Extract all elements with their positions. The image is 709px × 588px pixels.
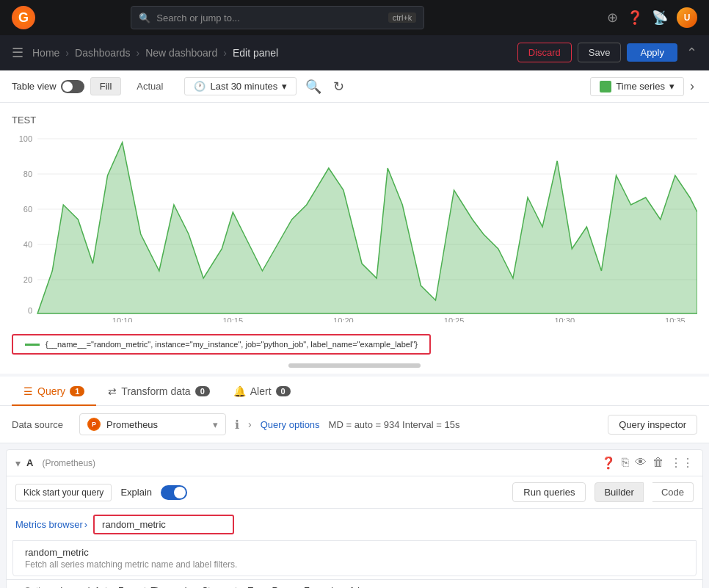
query-help-icon[interactable]: ❓ [601, 456, 616, 470]
collapse-panel-button[interactable]: ⌃ [686, 45, 697, 61]
query-letter: A [26, 457, 33, 468]
breadcrumb-sep-2: › [137, 47, 140, 59]
builder-button[interactable]: Builder [595, 482, 643, 502]
chevron-down-icon: ▾ [282, 81, 287, 92]
tab-alert[interactable]: 🔔 Alert 0 [222, 377, 302, 406]
query-block-actions: ❓ ⎘ 👁 🗑 ⋮⋮ [601, 456, 694, 470]
grafana-logo[interactable]: G [12, 6, 35, 29]
actual-button[interactable]: Actual [127, 77, 172, 95]
breadcrumb-dashboards[interactable]: Dashboards [75, 47, 131, 59]
breadcrumb-home[interactable]: Home [32, 47, 59, 59]
toggle-switch-knob [62, 81, 73, 92]
query-drag-icon[interactable]: ⋮⋮ [670, 456, 694, 470]
query-hide-icon[interactable]: 👁 [635, 456, 647, 470]
svg-text:10:15: 10:15 [222, 316, 243, 322]
chart-svg: 100 80 60 40 20 0 10:10 10:15 10:20 10:2… [12, 131, 697, 322]
legend-text: {__name__="random_metric", instance="my_… [46, 340, 418, 349]
query-options-button[interactable]: Query options [261, 419, 320, 430]
options-row: › Options Legend: Auto Format: Time seri… [7, 579, 702, 588]
metrics-browser-label: Metrics browser [15, 519, 83, 530]
svg-marker-18 [37, 142, 697, 313]
tab-transform[interactable]: ⇄ Transform data 0 [96, 377, 222, 406]
kick-start-button[interactable]: Kick start your query [15, 484, 112, 501]
query-tab-label: Query [37, 385, 65, 397]
autocomplete-item-desc: Fetch all series matching metric name an… [25, 559, 684, 570]
tab-query[interactable]: ☰ Query 1 [12, 377, 96, 406]
alert-tab-badge: 0 [276, 386, 291, 396]
time-series-label: Time series [616, 81, 665, 92]
scroll-bar-area [0, 360, 709, 374]
autocomplete-item[interactable]: random_metric Fetch all series matching … [13, 541, 696, 576]
datasource-dropdown-arrow: ▾ [213, 419, 218, 430]
metrics-browser-link[interactable]: Metrics browser › [15, 519, 87, 530]
svg-text:10:30: 10:30 [554, 316, 575, 322]
svg-text:40: 40 [23, 240, 32, 249]
run-queries-button[interactable]: Run queries [512, 482, 586, 502]
time-range-button[interactable]: 🕐 Last 30 minutes ▾ [184, 77, 297, 95]
query-delete-icon[interactable]: 🗑 [652, 456, 664, 470]
time-range-label: Last 30 minutes [210, 81, 277, 92]
visualization-picker-button[interactable]: Time series ▾ [590, 77, 684, 96]
breadcrumb-edit-panel: Edit panel [233, 47, 278, 59]
breadcrumb-sep-1: › [65, 47, 69, 59]
plus-icon[interactable]: ⊕ [607, 10, 618, 26]
svg-text:80: 80 [23, 170, 32, 178]
autocomplete-dropdown: random_metric Fetch all series matching … [12, 540, 697, 576]
chart-area: 100 80 60 40 20 0 10:10 10:15 10:20 10:2… [12, 131, 697, 322]
toolbar-right: Time series ▾ › [590, 76, 697, 97]
top-navigation: G 🔍 Search or jump to... ctrl+k ⊕ ❓ 📡 U [0, 0, 709, 35]
chart-container: TEST 100 80 60 40 20 0 10:10 10:15 10:20… [0, 103, 709, 328]
query-tab-icon: ☰ [23, 385, 33, 397]
collapse-viz-button[interactable]: › [687, 76, 697, 97]
datasource-label: Data source [12, 419, 70, 430]
query-copy-icon[interactable]: ⎘ [622, 456, 629, 470]
query-inspector-button[interactable]: Query inspector [608, 415, 697, 435]
scroll-handle[interactable] [288, 363, 421, 368]
legend-item[interactable]: {__name__="random_metric", instance="my_… [12, 334, 431, 355]
query-block-collapse-icon[interactable]: ▾ [15, 457, 21, 469]
alert-tab-label: Alert [250, 385, 272, 397]
zoom-out-button[interactable]: 🔍 [302, 76, 324, 98]
metrics-input[interactable] [93, 515, 234, 534]
save-button[interactable]: Save [578, 43, 622, 62]
clock-icon: 🕐 [194, 81, 206, 92]
transform-tab-icon: ⇄ [108, 385, 117, 397]
query-tab-badge: 1 [70, 386, 84, 396]
breadcrumb-sep-3: › [223, 47, 227, 59]
search-icon: 🔍 [139, 12, 150, 23]
nav-right: ⊕ ❓ 📡 U [607, 7, 697, 28]
svg-text:10:10: 10:10 [112, 316, 133, 322]
refresh-button[interactable]: ↻ [330, 76, 347, 98]
query-source: (Prometheus) [42, 458, 95, 468]
avatar[interactable]: U [677, 7, 697, 28]
svg-text:10:35: 10:35 [665, 316, 686, 322]
breadcrumb-bar: ☰ Home › Dashboards › New dashboard › Ed… [0, 35, 709, 70]
table-view-toggle: Table view [12, 80, 84, 93]
breadcrumb-new-dashboard[interactable]: New dashboard [145, 47, 217, 59]
svg-text:0: 0 [28, 306, 32, 315]
query-area: Data source P Prometheus ▾ ℹ › Query opt… [0, 406, 709, 588]
apply-button[interactable]: Apply [627, 43, 677, 62]
datasource-info-button[interactable]: ℹ [235, 418, 239, 432]
help-icon[interactable]: ❓ [627, 10, 643, 26]
code-button[interactable]: Code [652, 482, 694, 502]
legend-container: {__name__="random_metric", instance="my_… [0, 328, 709, 360]
query-block-header: ▾ A (Prometheus) ❓ ⎘ 👁 🗑 ⋮⋮ [7, 450, 702, 476]
time-series-icon [600, 81, 611, 92]
query-block-toolbar: Kick start your query Explain Run querie… [7, 476, 702, 509]
svg-text:10:25: 10:25 [444, 316, 465, 322]
explain-toggle[interactable] [161, 485, 187, 500]
table-view-switch[interactable] [61, 80, 84, 93]
datasource-select[interactable]: P Prometheus ▾ [79, 413, 226, 435]
rss-icon[interactable]: 📡 [652, 10, 668, 26]
hamburger-menu[interactable]: ☰ [12, 45, 23, 61]
tabs-bar: ☰ Query 1 ⇄ Transform data 0 🔔 Alert 0 [0, 377, 709, 406]
search-placeholder: Search or jump to... [156, 12, 239, 23]
panel-toolbar: Table view Fill Actual 🕐 Last 30 minutes… [0, 70, 709, 103]
fill-button[interactable]: Fill [90, 77, 122, 95]
search-bar[interactable]: 🔍 Search or jump to... ctrl+k [131, 6, 424, 29]
transform-tab-label: Transform data [121, 385, 190, 397]
svg-text:10:20: 10:20 [333, 316, 354, 322]
discard-button[interactable]: Discard [517, 43, 572, 62]
autocomplete-item-name: random_metric [25, 547, 684, 558]
